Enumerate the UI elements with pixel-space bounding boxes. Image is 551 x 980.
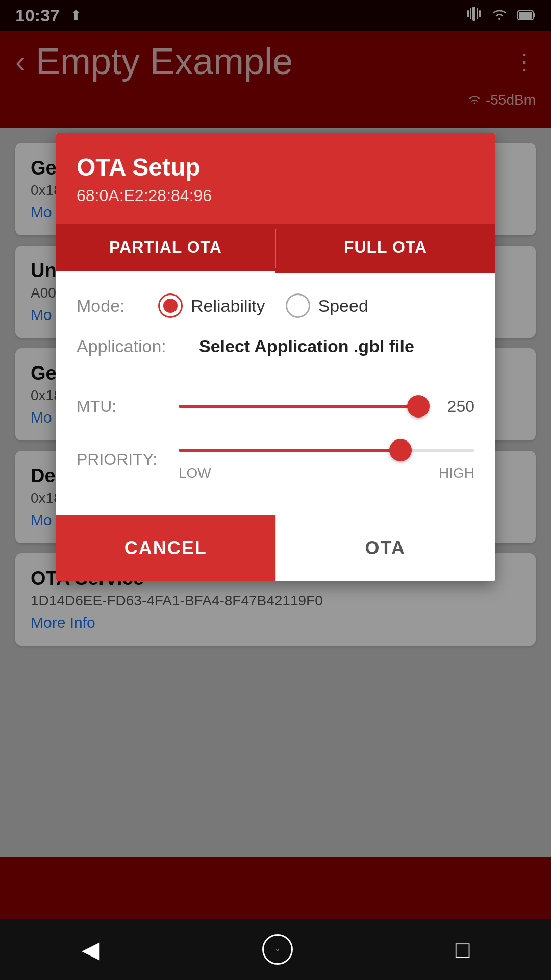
speed-label: Speed: [318, 296, 368, 316]
bottom-nav: ◀ ○ □: [0, 919, 551, 980]
reliability-label: Reliability: [191, 296, 265, 316]
tab-partial-ota[interactable]: PARTIAL OTA: [56, 224, 275, 273]
mode-label: Mode:: [77, 296, 138, 316]
mtu-label-row: MTU: 250: [77, 394, 474, 419]
priority-slider-thumb[interactable]: [389, 439, 412, 461]
dialog-title: OTA Setup: [77, 153, 474, 181]
mtu-label: MTU:: [77, 397, 168, 416]
speed-option[interactable]: Speed: [286, 293, 368, 318]
nav-recent-button[interactable]: □: [456, 936, 470, 963]
reliability-radio-fill: [163, 299, 178, 313]
dialog-buttons: CANCEL OTA: [56, 515, 495, 581]
priority-slider-track: [179, 449, 474, 452]
slider-section: MTU: 250 PRIORITY:: [77, 375, 474, 510]
dialog-tabs: PARTIAL OTA FULL OTA: [56, 224, 495, 273]
speed-radio[interactable]: [286, 293, 310, 318]
mtu-slider-container[interactable]: [179, 394, 429, 419]
priority-low-label: LOW: [179, 465, 211, 481]
dialog-device-id: 68:0A:E2:28:84:96: [77, 186, 474, 205]
mtu-slider-track: [179, 405, 429, 408]
application-label: Application:: [77, 336, 184, 356]
priority-label: PRIORITY:: [77, 450, 168, 469]
priority-high-label: HIGH: [439, 465, 474, 481]
priority-slider-fill: [179, 449, 400, 452]
priority-slider-container[interactable]: [179, 437, 474, 463]
tab-full-ota[interactable]: FULL OTA: [276, 224, 495, 273]
mtu-slider-row: MTU: 250: [77, 394, 474, 419]
priority-row: PRIORITY: LOW HIGH: [77, 437, 474, 481]
nav-home-button[interactable]: ○: [262, 934, 293, 965]
priority-slider-row: PRIORITY: LOW HIGH: [77, 437, 474, 481]
priority-labels: LOW HIGH: [179, 465, 474, 481]
application-value[interactable]: Select Application .gbl file: [199, 336, 414, 356]
dialog-body: Mode: Reliability Speed Application: Sel…: [56, 273, 495, 515]
cancel-button[interactable]: CANCEL: [56, 515, 276, 581]
reliability-option[interactable]: Reliability: [158, 293, 265, 318]
ota-setup-dialog: OTA Setup 68:0A:E2:28:84:96 PARTIAL OTA …: [56, 133, 495, 581]
reliability-radio[interactable]: [158, 293, 183, 318]
mtu-value: 250: [439, 397, 474, 416]
mtu-slider-fill: [179, 405, 429, 408]
dialog-header: OTA Setup 68:0A:E2:28:84:96: [56, 133, 495, 224]
nav-back-button[interactable]: ◀: [82, 936, 99, 963]
application-row: Application: Select Application .gbl fil…: [77, 336, 474, 375]
ota-button[interactable]: OTA: [276, 515, 495, 581]
priority-slider-wrap: LOW HIGH: [179, 437, 474, 481]
mode-row: Mode: Reliability Speed: [77, 293, 474, 318]
mtu-slider-thumb[interactable]: [407, 395, 430, 418]
